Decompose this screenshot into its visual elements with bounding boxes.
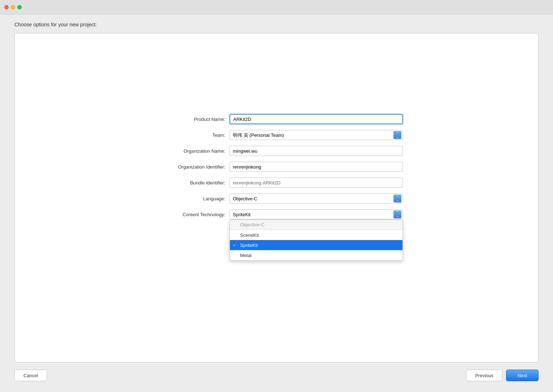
language-row: Language: Objective-C Swift ⌃⌄ <box>150 193 403 204</box>
checkmark-icon: ✓ <box>233 243 236 248</box>
language-select[interactable]: Objective-C Swift <box>230 193 403 204</box>
product-name-input[interactable] <box>230 114 403 124</box>
language-label: Language: <box>150 196 230 201</box>
content-tech-dropdown: Objective-C SceneKit ✓ SpriteKit Metal <box>230 219 403 261</box>
product-name-label: Product Name: <box>150 117 230 122</box>
content-tech-select-wrapper: SpriteKit SceneKit Metal ⌃⌄ <box>230 209 403 219</box>
dropdown-item-scenekit[interactable]: SceneKit <box>230 230 402 240</box>
dropdown-item-label: Metal <box>240 253 252 258</box>
dropdown-item-label: SceneKit <box>240 232 259 238</box>
org-identifier-input[interactable] <box>230 162 403 172</box>
team-label: Team: <box>150 132 230 138</box>
nav-buttons: Previous Next <box>466 370 539 381</box>
bundle-identifier-label: Bundle Identifier: <box>150 180 230 186</box>
team-select[interactable]: 明伟 吴 (Personal Team) <box>230 130 403 140</box>
content-tech-row: Content Technology: SpriteKit SceneKit M… <box>150 209 403 219</box>
content-tech-select[interactable]: SpriteKit SceneKit Metal <box>230 209 403 219</box>
team-row: Team: 明伟 吴 (Personal Team) ⌃⌄ <box>150 130 403 140</box>
dialog-content: Product Name: Team: 明伟 吴 (Personal Team)… <box>14 33 539 362</box>
minimize-button[interactable] <box>11 5 15 9</box>
team-select-wrapper: 明伟 吴 (Personal Team) ⌃⌄ <box>230 130 403 140</box>
previous-button[interactable]: Previous <box>466 370 502 381</box>
org-name-input[interactable] <box>230 146 403 156</box>
close-button[interactable] <box>4 5 9 9</box>
dialog-title: Choose options for your new project: <box>14 22 97 27</box>
dropdown-item-objective-c[interactable]: Objective-C <box>230 220 402 230</box>
cancel-button[interactable]: Cancel <box>14 370 47 381</box>
dialog-footer: Cancel Previous Next <box>14 362 539 381</box>
org-name-row: Organization Name: <box>150 146 403 156</box>
next-button[interactable]: Next <box>506 370 539 381</box>
org-identifier-row: Organization Identifier: <box>150 162 403 172</box>
language-select-wrapper: Objective-C Swift ⌃⌄ <box>230 193 403 204</box>
dialog-container: Choose options for your new project: Pro… <box>0 14 553 392</box>
title-bar <box>0 0 553 14</box>
bundle-identifier-value: renrenjinkong.ARKit2D <box>230 178 403 188</box>
bundle-identifier-row: Bundle Identifier: renrenjinkong.ARKit2D <box>150 178 403 188</box>
org-identifier-label: Organization Identifier: <box>150 164 230 170</box>
org-name-label: Organization Name: <box>150 148 230 154</box>
dropdown-item-label: SpriteKit <box>240 243 258 248</box>
dropdown-item-metal[interactable]: Metal <box>230 250 402 260</box>
maximize-button[interactable] <box>17 5 22 9</box>
product-name-row: Product Name: <box>150 114 403 124</box>
form-area: Product Name: Team: 明伟 吴 (Personal Team)… <box>150 114 403 260</box>
dialog-header: Choose options for your new project: <box>14 14 539 33</box>
dropdown-item-spritekit[interactable]: ✓ SpriteKit <box>230 240 402 250</box>
content-tech-label: Content Technology: <box>150 212 230 217</box>
dropdown-item-label: Objective-C <box>240 222 265 227</box>
